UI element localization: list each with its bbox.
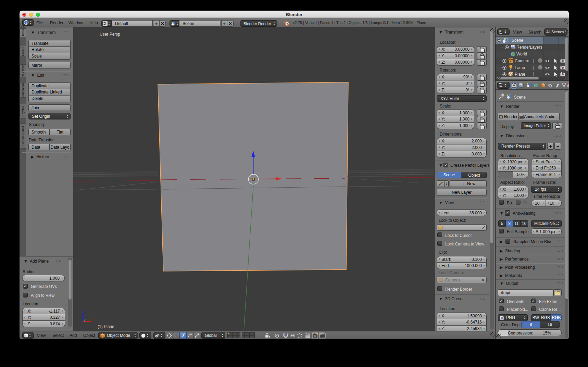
svg-text:▲▼: ▲▼ [298,336,302,338]
svg-text:z: z [84,309,86,314]
svg-text:x: x [92,317,95,322]
svg-text:y: y [84,317,86,322]
